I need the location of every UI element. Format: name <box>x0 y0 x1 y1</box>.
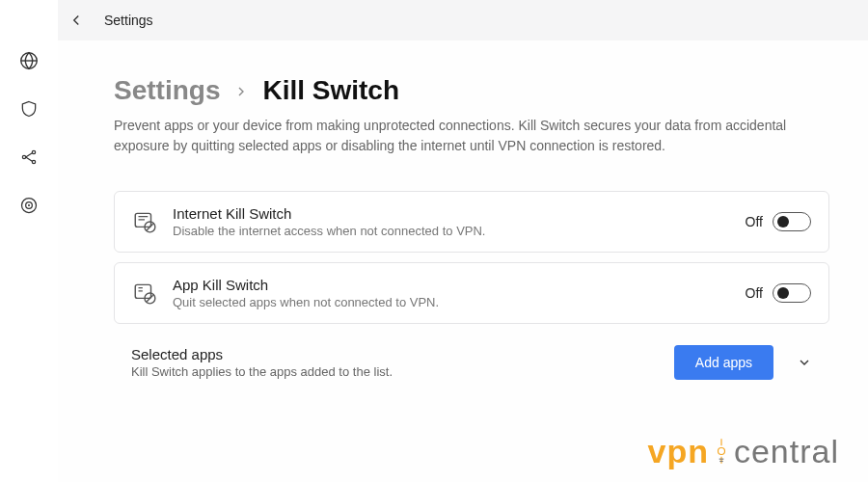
app-kill-title: App Kill Switch <box>173 277 730 293</box>
watermark-part2: central <box>734 433 839 470</box>
breadcrumb: Settings Kill Switch <box>114 75 829 106</box>
svg-point-6 <box>28 205 29 206</box>
selected-apps-sub: Kill Switch applies to the apps added to… <box>131 364 659 379</box>
shield-icon[interactable] <box>18 98 40 120</box>
expand-chevron-down-icon[interactable] <box>797 355 812 370</box>
page-description: Prevent apps or your device from making … <box>114 116 808 156</box>
internet-kill-toggle[interactable] <box>773 212 811 231</box>
topbar-title: Settings <box>104 13 153 28</box>
add-apps-button[interactable]: Add apps <box>674 345 773 380</box>
svg-point-1 <box>22 155 25 158</box>
topbar: Settings <box>58 0 868 40</box>
selected-apps-title: Selected apps <box>131 346 659 362</box>
internet-kill-sub: Disable the internet access when not con… <box>173 224 730 238</box>
network-icon[interactable] <box>18 147 40 168</box>
sidebar <box>0 0 58 482</box>
watermark-logo: vpn central <box>647 432 839 470</box>
globe-icon[interactable] <box>18 50 40 71</box>
app-kill-sub: Quit selected apps when not connected to… <box>173 295 730 309</box>
app-kill-state: Off <box>746 285 763 301</box>
app-block-icon <box>132 281 157 306</box>
bulb-icon <box>715 432 728 470</box>
watermark-part1: vpn <box>647 433 708 470</box>
chevron-right-icon <box>233 84 249 99</box>
globe-block-icon <box>132 209 157 234</box>
app-kill-toggle[interactable] <box>773 283 811 303</box>
svg-point-3 <box>32 160 35 163</box>
breadcrumb-root[interactable]: Settings <box>114 75 220 106</box>
svg-point-2 <box>32 150 35 153</box>
internet-kill-title: Internet Kill Switch <box>173 205 730 222</box>
selected-apps-row: Selected apps Kill Switch applies to the… <box>114 334 829 391</box>
svg-point-12 <box>718 448 724 455</box>
internet-kill-switch-row: Internet Kill Switch Disable the interne… <box>114 191 829 253</box>
svg-rect-9 <box>135 284 150 298</box>
main-panel: Settings Kill Switch Prevent apps or you… <box>58 40 868 482</box>
target-icon[interactable] <box>18 195 40 216</box>
internet-kill-state: Off <box>746 214 763 229</box>
breadcrumb-leaf: Kill Switch <box>262 75 399 106</box>
app-kill-switch-row: App Kill Switch Quit selected apps when … <box>114 262 829 324</box>
back-arrow-icon[interactable] <box>68 12 85 29</box>
